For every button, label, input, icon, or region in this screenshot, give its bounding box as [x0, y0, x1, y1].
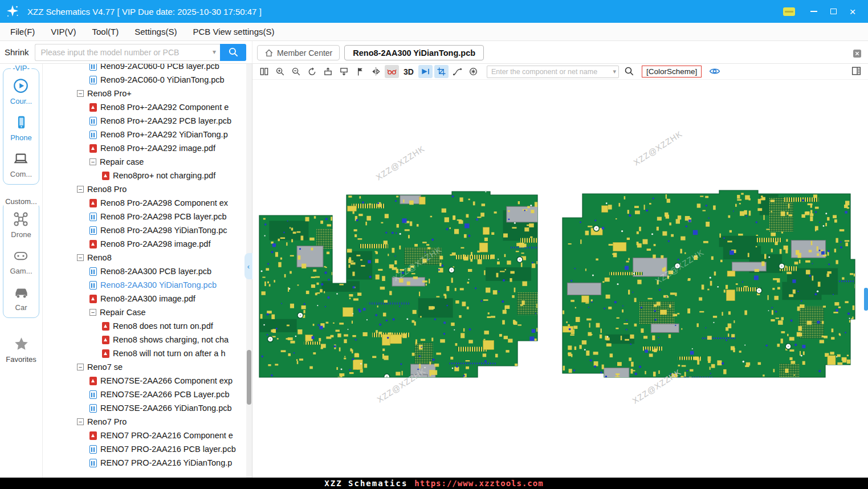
tree-file[interactable]: RENO7SE-2AA266 YiDianTong.pcb: [43, 401, 246, 415]
menu-item[interactable]: Tool(T): [84, 27, 127, 36]
tree-file[interactable]: RENO7SE-2AA266 PCB Layer.pcb: [43, 388, 246, 401]
flag-icon[interactable]: [353, 65, 367, 78]
tree-file[interactable]: RENO7 PRO-2AA216 PCB layer.pcb: [43, 442, 246, 456]
split-view-icon[interactable]: [257, 65, 271, 78]
collapse-toggle-icon[interactable]: −: [89, 309, 96, 316]
tree-item-label: Reno8 Pro+-2AA292 YiDianTong.p: [100, 130, 228, 139]
tree-folder[interactable]: −Reno8: [43, 251, 246, 264]
visibility-eye-icon[interactable]: [709, 66, 722, 78]
tree-scrollbar-thumb[interactable]: [247, 350, 251, 405]
tree-file[interactable]: Reno8-2AA300 YiDianTong.pcb: [43, 278, 246, 292]
tree-item-label: RENO7 PRO-2AA216 YiDianTong.p: [100, 458, 232, 467]
tree-file[interactable]: Reno8-2AA300 image.pdf: [43, 292, 246, 305]
window-controls: ×: [783, 3, 868, 19]
tree-file[interactable]: Reno9-2AC060-0 YiDianTong.pcb: [43, 73, 246, 87]
pdf-file-icon: [89, 431, 97, 440]
sidebar-item-com[interactable]: Com...: [10, 151, 32, 178]
collapse-toggle-icon[interactable]: −: [77, 254, 84, 261]
menu-item[interactable]: VIP(V): [43, 27, 84, 36]
tree-file[interactable]: RENO7SE-2AA266 Component exp: [43, 374, 246, 388]
pcb-canvas[interactable]: XZZ@XZZHK XZZ@XZZHK XZZ@XZZHK XZZ@XZZHK …: [252, 80, 868, 478]
search-button[interactable]: [220, 44, 246, 61]
titlebar: XZZ Schematics V4.77 [ VIP Due date: 202…: [0, 0, 868, 23]
bottom-layer-icon[interactable]: [337, 65, 351, 78]
gamepad-icon: [13, 248, 28, 265]
model-search-input[interactable]: [35, 44, 220, 61]
sidebar-item-favorites[interactable]: Favorites: [6, 336, 36, 364]
tab-bar: Member Center Reno8-2AA300 YiDianTong.pc…: [252, 41, 868, 63]
tree-file[interactable]: Reno8 shows charging, not cha: [43, 333, 246, 347]
tree-folder[interactable]: −Reno7 Pro: [43, 415, 246, 429]
tree-folder[interactable]: −Repair Case: [43, 305, 246, 319]
menu-item[interactable]: File(F): [2, 27, 43, 36]
tree-folder[interactable]: −Repair case: [43, 155, 246, 169]
sidebar-item-phone[interactable]: Phone: [10, 115, 32, 142]
collapse-toggle-icon[interactable]: −: [77, 186, 84, 193]
collapse-toggle-icon[interactable]: −: [77, 418, 84, 425]
active-document-tab[interactable]: Reno8-2AA300 YiDianTong.pcb: [344, 45, 484, 60]
tree-file[interactable]: Reno8 Pro+-2AA292 YiDianTong.p: [43, 128, 246, 141]
sidebar-item-gam[interactable]: Gam...: [10, 248, 32, 275]
tree-file[interactable]: Reno8 Pro-2AA298 image.pdf: [43, 237, 246, 251]
member-center-button[interactable]: Member Center: [257, 45, 340, 60]
pan-icon[interactable]: [466, 65, 480, 78]
close-document-icon[interactable]: [852, 48, 862, 59]
top-layer-icon[interactable]: [321, 65, 335, 78]
minimize-button[interactable]: [805, 3, 822, 19]
tree-folder[interactable]: −Reno8 Pro: [43, 182, 246, 196]
measure-curve-icon[interactable]: [450, 65, 464, 78]
tree-file[interactable]: Reno8 Pro+-2AA292 image.pdf: [43, 141, 246, 155]
tree-file[interactable]: Reno8 Pro-2AA298 PCB layer.pcb: [43, 210, 246, 223]
menu-item[interactable]: PCB View settings(S): [185, 27, 282, 36]
collapse-toggle-icon[interactable]: −: [77, 364, 84, 370]
status-brand-text: XZZ Schematics: [324, 479, 407, 488]
sidebar-item-drone[interactable]: Drone: [11, 211, 31, 239]
tree-file[interactable]: RENO7 PRO-2AA216 YiDianTong.p: [43, 456, 246, 470]
net-search-icon[interactable]: [624, 66, 635, 78]
tree-file[interactable]: Reno8pro+ not charging.pdf: [43, 169, 246, 182]
tree-folder[interactable]: −Reno8 Pro+: [43, 87, 246, 100]
sidebar-item-car[interactable]: Car: [14, 284, 29, 312]
tree-item-label: Reno8 does not turn on.pdf: [113, 321, 213, 331]
tree-file[interactable]: RENO7 PRO-2AA216 Component e: [43, 429, 246, 442]
tree-file[interactable]: Reno8 Pro-2AA298 Component ex: [43, 196, 246, 210]
tree-file[interactable]: Reno8-2AA300 PCB layer.pcb: [43, 264, 246, 278]
tree-file[interactable]: Reno8 Pro-2AA298 YiDianTong.pc: [43, 223, 246, 237]
area-select-icon[interactable]: [434, 65, 449, 78]
tree-item-label: Reno8 Pro-2AA298 Component ex: [100, 198, 228, 207]
close-button[interactable]: ×: [844, 3, 861, 19]
pdf-file-icon: [89, 240, 97, 248]
vip-pay-icon[interactable]: [783, 7, 795, 16]
window-edge-scrollbar[interactable]: [864, 288, 868, 311]
tree-item-label: Reno8-2AA300 YiDianTong.pcb: [100, 280, 217, 290]
mirror-flip-icon[interactable]: [369, 65, 383, 78]
tree-file[interactable]: Reno8 Pro+-2AA292 Component e: [43, 100, 246, 114]
collapse-toggle-icon[interactable]: −: [77, 90, 84, 97]
sidebar-item-label: Cour...: [10, 97, 32, 105]
dual-side-icon[interactable]: [385, 65, 399, 78]
tree-file[interactable]: Reno8 Pro+-2AA292 PCB layer.pcb: [43, 114, 246, 128]
collapse-toggle-icon[interactable]: −: [89, 158, 96, 165]
statusbar: XZZ Schematics https://www.xzztools.com: [0, 478, 868, 489]
jump-arrow-icon[interactable]: [418, 65, 433, 78]
pdf-file-icon: [89, 103, 97, 112]
net-search-input[interactable]: [487, 66, 619, 78]
zoom-out-icon[interactable]: [289, 65, 303, 78]
tree-item-label: Reno8 Pro+-2AA292 Component e: [100, 103, 229, 112]
tree-item-label: Reno8pro+ not charging.pdf: [113, 171, 215, 180]
zoom-in-icon[interactable]: [273, 65, 287, 78]
colorscheme-button[interactable]: [ColorScheme]: [642, 66, 702, 78]
pcb-render[interactable]: [252, 80, 868, 478]
tree-file[interactable]: Reno8 will not turn on after a h: [43, 347, 246, 360]
menu-item[interactable]: Settings(S): [127, 27, 185, 36]
tree-file[interactable]: Reno9-2AC060-0 PCB layer.pcb: [43, 64, 246, 73]
3d-toggle[interactable]: 3D: [401, 67, 417, 76]
layers-panel-icon[interactable]: [851, 66, 863, 78]
refresh-icon[interactable]: [305, 65, 319, 78]
shrink-button[interactable]: Shrink: [5, 47, 29, 57]
sidebar-item-cour[interactable]: Cour...: [10, 78, 32, 105]
maximize-button[interactable]: [825, 3, 842, 19]
tree-folder[interactable]: −Reno7 se: [43, 360, 246, 374]
tree-file[interactable]: Reno8 does not turn on.pdf: [43, 319, 246, 333]
panel-collapse-handle[interactable]: ‹: [244, 253, 252, 279]
